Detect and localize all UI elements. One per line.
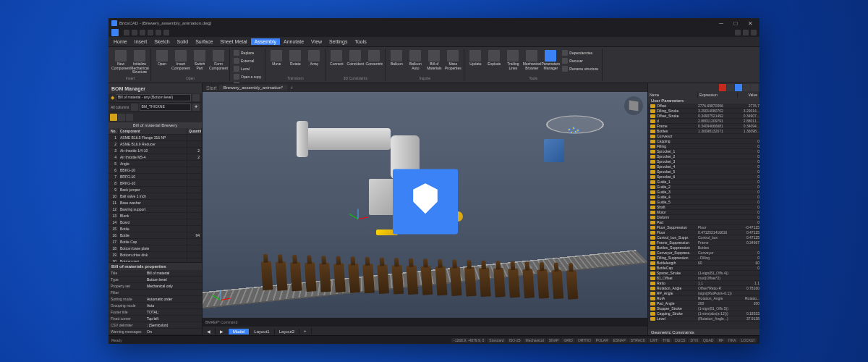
deps-button[interactable]: Dependencies — [561, 49, 600, 56]
tab-settings[interactable]: Settings — [326, 38, 351, 45]
table-row[interactable]: 10Ball valve 1 inch — [109, 193, 202, 200]
param-row[interactable]: Control_box_Suppr.Control_box0.47125 — [648, 235, 760, 240]
rename-button[interactable]: Rename structure — [561, 65, 600, 72]
mech-browser-button[interactable]: Mechanical Browser — [523, 49, 540, 71]
filter-param-icon[interactable] — [727, 84, 734, 91]
param-row[interactable]: Frame_SuppressionFrame0.34967 — [648, 240, 760, 245]
array-button[interactable]: Array — [305, 49, 323, 67]
connect-button[interactable]: Connect — [328, 49, 345, 67]
add-tab-icon[interactable]: + — [287, 85, 296, 90]
qat-user-icon[interactable] — [751, 30, 757, 35]
tab-insert[interactable]: Insert — [131, 38, 151, 45]
param-row[interactable]: Capping_Stroke(1-sinn(abs(a-12)))0.18533 — [648, 311, 760, 316]
status-mech[interactable]: Mechanical — [523, 338, 545, 342]
table-row[interactable]: 7BRFG-10 — [109, 174, 202, 180]
param-row[interactable]: Sprocket_30 — [648, 159, 760, 164]
property-row[interactable]: Fixed cornerTop left — [109, 316, 202, 322]
recover-button[interactable]: Recover — [561, 57, 600, 64]
tab-annotate[interactable]: Annotate — [280, 38, 307, 45]
qat-new-icon[interactable] — [124, 30, 129, 35]
property-row[interactable]: Filter — [109, 290, 202, 296]
param-row[interactable]: Bottlelength6060 — [648, 261, 760, 266]
param-row[interactable]: Pad0 — [648, 220, 760, 225]
param-row[interactable]: Spacer_Stroke(1-sign(81_Offs.4)) — [648, 271, 760, 276]
switch-part-button[interactable]: Switch Part — [191, 49, 208, 71]
param-row[interactable]: Shaft0 — [648, 205, 760, 210]
col-component[interactable]: Component — [119, 128, 187, 135]
table-row[interactable]: 12Bearing support — [109, 206, 202, 213]
status-toggle-hka[interactable]: HKA — [726, 338, 738, 342]
param-row[interactable]: Floor_SuppressionFloor-0.47125 — [648, 225, 760, 230]
param-row[interactable]: Guide_30 — [648, 190, 760, 195]
param-row[interactable]: Filling_Stroke3.290140807023.29014... — [648, 109, 760, 114]
add-param-icon[interactable] — [735, 84, 742, 91]
update-button[interactable]: Update — [467, 49, 484, 67]
property-row[interactable]: Warning messagesOn — [109, 329, 202, 335]
param-row[interactable]: d2.880112097912.88011... — [648, 119, 760, 124]
table-row[interactable]: 13Block — [109, 213, 202, 219]
status-toggle-lockui[interactable]: LOCKUI — [739, 338, 757, 342]
tab-sheet-metal[interactable]: Sheet Metal — [216, 38, 250, 45]
status-toggle-lwt[interactable]: LWT — [648, 338, 660, 342]
status-coords[interactable]: -1268.9, -4879.9, 0 — [451, 338, 486, 342]
coincident-button[interactable]: Coincident — [346, 49, 364, 67]
diamond-icon[interactable] — [110, 114, 117, 121]
status-toggle-the[interactable]: THE — [660, 338, 672, 342]
tabs-prev-icon[interactable]: ◀ — [203, 328, 216, 334]
param-col-value[interactable]: Value — [738, 92, 760, 98]
list-icon[interactable] — [192, 94, 200, 101]
status-iso[interactable]: ISO-25 — [507, 338, 523, 342]
table-row[interactable]: 6BBKG-10 — [109, 167, 202, 174]
param-row[interactable]: Guide_10 — [648, 180, 760, 185]
table-row[interactable]: 18Bottom base plate — [109, 245, 202, 252]
property-row[interactable]: Grouping modeAuto — [109, 303, 202, 309]
table-row[interactable]: 3Air throttle 1/4-102 — [109, 148, 202, 154]
tab-assembly[interactable]: Assembly — [251, 38, 280, 45]
property-row[interactable]: TypeBottom level — [109, 277, 202, 283]
status-toggle-ducs[interactable]: DUCS — [673, 338, 687, 342]
param-row[interactable]: Sprocket_60 — [648, 174, 760, 180]
param-row[interactable]: RP_Angle(sign((RotPoint+0.1)) — [648, 291, 760, 296]
table-row[interactable]: 16Bottle94 — [109, 232, 202, 239]
table-row[interactable]: 4Air throttle M5-42 — [109, 154, 202, 161]
viewport-3d[interactable] — [203, 92, 647, 318]
param-row[interactable]: Offset2776.698700962776.7 — [648, 104, 760, 109]
qat-search-icon[interactable] — [735, 30, 741, 35]
layout-tab-model[interactable]: Model — [229, 329, 250, 334]
tab-solid[interactable]: Solid — [174, 38, 192, 45]
tab-sketch[interactable]: Sketch — [150, 38, 173, 45]
status-toggle-rf[interactable]: RF — [716, 338, 726, 342]
qat-print-icon[interactable] — [148, 30, 153, 35]
logo-icon[interactable] — [111, 29, 119, 36]
user-params-group[interactable]: User Parameters — [648, 98, 760, 104]
col-no[interactable]: No. — [109, 128, 119, 135]
param-row[interactable]: Guide_50 — [648, 200, 760, 205]
table-row[interactable]: 9Back jumper — [109, 187, 202, 193]
geom-constraints-group[interactable]: Geometric Constraints — [648, 329, 760, 335]
minimize-button[interactable]: ─ — [715, 20, 728, 27]
qat-redo-icon[interactable] — [163, 30, 169, 35]
table-row[interactable]: 8BRKG-10 — [109, 180, 202, 187]
local-button[interactable]: Local — [232, 65, 263, 72]
property-row[interactable]: CSV delimiter; (Semicolon) — [109, 322, 202, 329]
form-comp-button[interactable]: Form Component — [210, 49, 227, 71]
params-mgr-button[interactable]: Parameters Manager — [542, 49, 559, 71]
external-button[interactable]: External — [232, 57, 263, 64]
param-col-expr[interactable]: Expression — [698, 92, 738, 98]
tool-icon-1[interactable] — [118, 114, 125, 121]
param-row[interactable]: Rotation_AngleOffset*Ratio-R0.78160 — [648, 286, 760, 291]
bom-button[interactable]: Bill of Materials — [425, 49, 443, 71]
property-row[interactable]: Sorting modeAutomatic order — [109, 296, 202, 303]
param-row[interactable]: Offset_Stroke0.349075214920.34907... — [648, 114, 760, 119]
param-row[interactable]: Disform0 — [648, 215, 760, 220]
tab-home[interactable]: Home — [110, 38, 131, 45]
status-toggle-ortho[interactable]: ORTHO — [576, 338, 593, 342]
qat-save-icon[interactable] — [140, 30, 145, 35]
table-row[interactable]: 17Bottle Cap — [109, 239, 202, 245]
param-row[interactable]: Guide_20 — [648, 185, 760, 190]
param-row[interactable]: Capping0 — [648, 139, 760, 144]
status-toggle-polar[interactable]: POLAR — [594, 338, 610, 342]
tab-view[interactable]: View — [307, 38, 326, 45]
tab-tools[interactable]: Tools — [351, 38, 370, 45]
param-row[interactable]: Conveyor — [648, 134, 760, 139]
